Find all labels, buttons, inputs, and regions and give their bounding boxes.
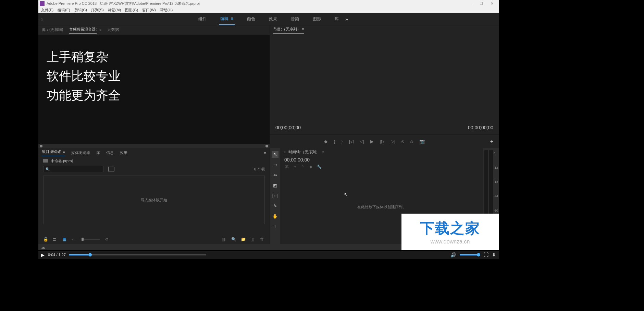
timeline-menu-icon[interactable]: ≡ bbox=[322, 150, 324, 154]
menu-window[interactable]: 窗口(W) bbox=[141, 8, 157, 13]
export-frame-icon[interactable]: 📷 bbox=[419, 139, 425, 144]
zoom-slider[interactable] bbox=[82, 239, 100, 240]
vp-progress[interactable] bbox=[69, 254, 206, 255]
import-dropzone[interactable]: 导入媒体以开始 bbox=[43, 176, 265, 224]
tools-panel: ↖ ⇢ ⇔ ◩ |↔| ✎ ✋ T bbox=[270, 148, 280, 244]
menu-marker[interactable]: 标记(M) bbox=[107, 8, 123, 13]
video-player-bar: ▶ 0:04 / 1:27 🔊 ⛶ ⬇ bbox=[38, 251, 499, 259]
add-marker-icon[interactable]: ⚐ bbox=[301, 165, 305, 169]
tab-library[interactable]: 库 bbox=[96, 150, 100, 155]
menu-edit[interactable]: 编辑(E) bbox=[56, 8, 72, 13]
ws-effects[interactable]: 效果 bbox=[268, 13, 278, 25]
freeform-icon[interactable]: ○ bbox=[72, 237, 77, 242]
close-button[interactable]: ✕ bbox=[491, 1, 495, 5]
vp-volume-handle[interactable] bbox=[477, 253, 480, 256]
timeline-title[interactable]: 时间轴:（无序列） bbox=[288, 149, 320, 155]
ws-assembly[interactable]: 组件 bbox=[197, 13, 208, 25]
lift-icon[interactable]: ⎋ bbox=[401, 139, 404, 144]
source-scrollbar[interactable] bbox=[38, 144, 270, 148]
vp-play-icon[interactable]: ▶ bbox=[41, 252, 45, 258]
play-icon[interactable]: ▶ bbox=[370, 139, 374, 144]
list-view-icon[interactable]: ≣ bbox=[53, 237, 58, 242]
timeline-timecode[interactable]: 00;00;00;00 bbox=[280, 156, 483, 164]
program-monitor: 00;00;00;00 00;00;00;00 bbox=[270, 35, 499, 134]
ws-color[interactable]: 颜色 bbox=[246, 13, 257, 25]
mouse-cursor-icon: ↖ bbox=[344, 192, 348, 197]
tool-razor[interactable]: ◩ bbox=[272, 182, 278, 189]
tool-track-select[interactable]: ⇢ bbox=[272, 161, 278, 168]
ws-library[interactable]: 库 bbox=[333, 13, 340, 25]
find-icon[interactable]: 🔍 bbox=[231, 237, 236, 242]
vp-progress-handle[interactable] bbox=[88, 253, 92, 256]
new-bin-icon[interactable] bbox=[108, 167, 114, 171]
tool-pen[interactable]: ✎ bbox=[272, 202, 278, 209]
tab-program[interactable]: 节目:（无序列） ≡ bbox=[273, 27, 304, 34]
snap-icon[interactable]: ⌘ bbox=[285, 165, 289, 169]
overlay-line-3: 功能更为齐全 bbox=[47, 86, 261, 105]
bin-icon bbox=[43, 159, 48, 163]
goto-out-icon[interactable]: ▷| bbox=[391, 139, 395, 144]
refresh-icon[interactable]: ⟲ bbox=[105, 237, 110, 242]
ws-editing[interactable]: 编辑 ≡ bbox=[219, 13, 235, 25]
vp-volume-icon[interactable]: 🔊 bbox=[450, 252, 456, 258]
goto-in-icon[interactable]: |◁ bbox=[349, 139, 354, 144]
button-editor-icon[interactable]: + bbox=[490, 139, 493, 145]
vp-volume-slider[interactable] bbox=[460, 254, 480, 255]
ws-graphics[interactable]: 图形 bbox=[311, 13, 322, 25]
cloud-sync-icon[interactable]: ☁ bbox=[41, 245, 45, 250]
tab-effects-panel[interactable]: 效果 bbox=[120, 150, 127, 155]
ws-overflow[interactable]: » bbox=[345, 16, 348, 22]
project-tabs-overflow[interactable]: » bbox=[264, 150, 266, 155]
ws-audio[interactable]: 音频 bbox=[289, 13, 300, 25]
vp-fullscreen-icon[interactable]: ⛶ bbox=[484, 252, 488, 258]
step-forward-icon[interactable]: |▷ bbox=[380, 139, 384, 144]
tool-selection[interactable]: ↖ bbox=[272, 151, 278, 158]
watermark-url: www.downza.cn bbox=[431, 239, 470, 245]
home-icon[interactable]: ⌂ bbox=[40, 16, 43, 22]
program-tc-current[interactable]: 00;00;00;00 bbox=[275, 125, 301, 130]
mark-in-icon[interactable]: { bbox=[334, 139, 335, 144]
icon-view-icon[interactable]: ▦ bbox=[62, 237, 67, 242]
menu-sequence[interactable]: 序列(S) bbox=[90, 8, 105, 13]
tool-type[interactable]: T bbox=[272, 223, 278, 230]
auto-sequence-icon[interactable]: ▥ bbox=[222, 237, 226, 242]
premiere-window: Adobe Premiere Pro CC 2018 - C:\用户\XZWH\… bbox=[38, 0, 499, 250]
timeline-toggle-row: ⌘ ∩ ⚐ ◆ 🔧 bbox=[280, 164, 483, 170]
link-icon[interactable]: ∩ bbox=[294, 165, 296, 169]
menu-help[interactable]: 帮助(H) bbox=[159, 8, 174, 13]
menu-clip[interactable]: 剪辑(C) bbox=[73, 8, 88, 13]
new-item-icon[interactable]: ◫ bbox=[250, 237, 255, 242]
scroll-handle-left[interactable] bbox=[40, 145, 42, 147]
scroll-handle-right[interactable] bbox=[265, 145, 268, 147]
lock-icon[interactable]: 🔓 bbox=[43, 237, 48, 242]
tool-hand[interactable]: ✋ bbox=[272, 213, 278, 219]
maximize-button[interactable]: ☐ bbox=[480, 1, 484, 5]
watermark-logo: 下载之家 www.downza.cn bbox=[401, 214, 499, 250]
menu-graphics[interactable]: 图形(G) bbox=[124, 8, 139, 13]
tab-media-browser[interactable]: 媒体浏览器 bbox=[71, 150, 90, 155]
tab-audio-mixer-menu[interactable]: ≡ bbox=[99, 28, 101, 32]
search-input[interactable]: 🔍 bbox=[43, 166, 103, 172]
vp-download-icon[interactable]: ⬇ bbox=[492, 252, 496, 258]
tab-audio-mixer[interactable]: 音频剪辑混合器: bbox=[69, 27, 97, 34]
trash-icon[interactable]: 🗑 bbox=[260, 237, 265, 242]
folder-icon[interactable]: 📁 bbox=[241, 237, 246, 242]
marker-icon[interactable]: ◆ bbox=[324, 139, 327, 144]
tool-ripple[interactable]: ⇔ bbox=[272, 171, 278, 178]
menu-file[interactable]: 文件(F) bbox=[40, 8, 55, 13]
mark-out-icon[interactable]: } bbox=[341, 139, 343, 144]
minimize-button[interactable]: — bbox=[469, 1, 473, 5]
program-tc-duration: 00;00;00;00 bbox=[468, 125, 493, 130]
item-count: 0 个项 bbox=[254, 167, 265, 172]
extract-icon[interactable]: ⎌ bbox=[410, 139, 413, 144]
wrench-icon[interactable]: 🔧 bbox=[317, 165, 322, 169]
tab-source[interactable]: 源：(无剪辑) bbox=[42, 27, 63, 34]
tool-slip[interactable]: |↔| bbox=[272, 192, 278, 199]
tab-project[interactable]: 项目:未命名 ≡ bbox=[42, 149, 65, 156]
meter-label: -18 bbox=[494, 180, 498, 183]
timeline-close-icon[interactable]: × bbox=[284, 150, 286, 154]
tab-metadata[interactable]: 元数据 bbox=[108, 27, 119, 34]
tab-info[interactable]: 信息 bbox=[106, 150, 114, 155]
step-back-icon[interactable]: ◁| bbox=[360, 139, 364, 144]
settings-icon[interactable]: ◆ bbox=[309, 165, 312, 169]
